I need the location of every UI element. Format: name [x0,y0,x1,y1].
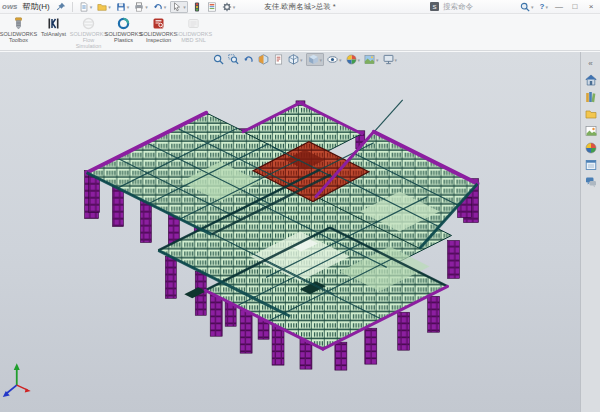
monitor-icon [383,54,394,65]
inspection-icon [152,17,165,30]
annotation-icon [273,54,284,65]
save-icon [116,2,126,12]
zoom-to-fit-button[interactable] [212,53,225,66]
search-input[interactable]: 搜索命令 [443,2,515,12]
print-button[interactable]: ▾ [133,1,149,13]
new-document-icon [79,2,89,12]
cursor-icon [172,2,182,12]
addin-solidworks-toolbox[interactable]: SOLIDWORKSToolbox [1,15,36,43]
forum-bubbles-icon [585,176,597,188]
custom-properties-tab[interactable] [583,158,599,172]
flow-simulation-icon [82,17,95,30]
graphics-viewport[interactable]: ▾ ▾ ▾ ▾ ▾ ▾ [0,52,580,412]
view-cube-icon [288,54,299,65]
window-properties-icon [585,159,597,171]
zoom-area-icon [228,54,239,65]
close-button[interactable]: × [585,2,597,11]
task-pane: « [580,52,600,412]
menu-help[interactable]: 帮助(H) [21,1,52,12]
zoom-fit-icon [213,54,224,65]
toolbar-separator [72,2,73,12]
zoom-to-area-button[interactable] [227,53,240,66]
assembly-model [0,52,580,412]
view-settings-button[interactable]: ▾ [382,53,399,66]
rainbow-ball-icon [585,142,597,154]
solidworks-resources-tab[interactable] [583,73,599,87]
folder-icon [585,108,597,120]
minimize-button[interactable]: — [553,2,565,11]
help-button[interactable]: ?▾ [539,1,549,13]
undo-icon [153,2,163,12]
previous-view-icon [243,54,254,65]
home-icon [585,74,597,86]
addin-tolanalyst[interactable]: TolAnalyst [36,15,71,37]
view-palette-tab[interactable] [583,124,599,138]
save-button[interactable]: ▾ [115,1,131,13]
previous-view-button[interactable] [242,53,255,66]
toolbox-screw-icon [12,17,25,30]
solidworks-window: ows 帮助(H) ▾ ▾ ▾ ▾ ▾ ▾ ▾ 友佳.欧南名城>总装 * S 搜… [0,0,600,412]
orientation-triad [3,363,31,397]
gear-icon [222,2,232,12]
title-bar: ows 帮助(H) ▾ ▾ ▾ ▾ ▾ ▾ ▾ 友佳.欧南名城>总装 * S 搜… [0,0,600,14]
headsup-view-toolbar: ▾ ▾ ▾ ▾ ▾ ▾ [212,53,398,66]
scene-icon [364,54,375,65]
solidworks-forum-tab[interactable] [583,175,599,189]
tolanalyst-icon [47,17,60,30]
solidworks-logo: ows [2,2,18,11]
picture-icon [585,125,597,137]
sw-file-icon: S [430,2,439,11]
file-explorer-tab[interactable] [583,107,599,121]
new-document-button[interactable]: ▾ [78,1,94,13]
edit-appearance-button[interactable]: ▾ [345,53,362,66]
view-orientation-button[interactable]: ▾ [287,53,304,66]
search-placeholder: 搜索命令 [443,2,473,12]
printer-icon [134,2,144,12]
select-button[interactable]: ▾ [170,1,188,13]
appearances-scenes-tab[interactable] [583,141,599,155]
design-library-tab[interactable] [583,90,599,104]
search-icon [520,2,530,12]
undo-button[interactable]: ▾ [152,1,168,13]
addin-inspection[interactable]: SOLIDWORKSInspection [141,15,176,43]
addins-toolbar: SOLIDWORKSToolbox TolAnalyst SOLIDWORKSF… [0,15,600,51]
addin-flow-simulation[interactable]: SOLIDWORKSFlowSimulation [71,15,106,49]
books-icon [585,91,597,103]
pin-menu-icon[interactable] [55,1,67,13]
apply-scene-button[interactable]: ▾ [363,53,380,66]
section-view-button[interactable] [257,53,270,66]
rebuild-button[interactable] [191,1,203,13]
traffic-light-icon [192,2,202,12]
section-view-icon [258,54,269,65]
plastics-icon [117,17,130,30]
annotation-view-button[interactable] [272,53,285,66]
eye-icon [327,54,338,65]
mbd-icon [187,17,200,30]
file-properties-button[interactable] [206,1,218,13]
addin-plastics[interactable]: SOLIDWORKSPlastics [106,15,141,43]
appearance-ball-icon [346,54,357,65]
display-style-button[interactable]: ▾ [306,53,325,66]
file-properties-icon [207,2,217,12]
search-button[interactable]: ▾ [519,1,535,13]
open-folder-icon [97,2,107,12]
hide-show-items-button[interactable]: ▾ [326,53,343,66]
collapse-taskpane-button[interactable]: « [583,56,599,70]
display-style-icon [308,54,319,65]
addin-mbd-snl[interactable]: SOLIDWORKSMBD SNL [176,15,211,43]
main-area: ▾ ▾ ▾ ▾ ▾ ▾ « [0,52,600,412]
open-file-button[interactable]: ▾ [96,1,112,13]
restore-button[interactable]: □ [569,2,581,11]
options-button[interactable]: ▾ [221,1,237,13]
